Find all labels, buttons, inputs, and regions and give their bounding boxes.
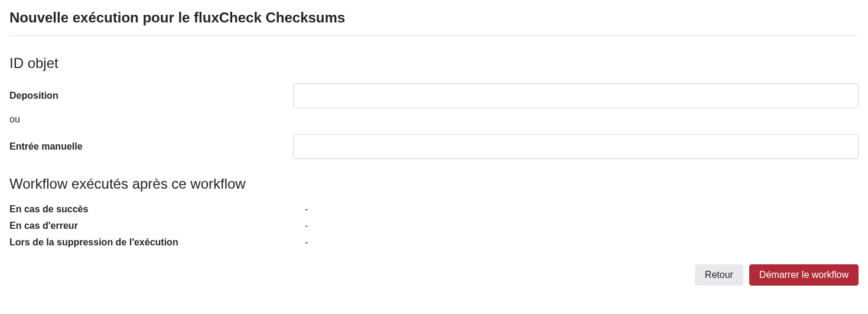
on-error-label: En cas d'erreur <box>9 221 305 231</box>
section-followup-heading: Workflow exécutés après ce workflow <box>9 176 859 192</box>
divider <box>9 35 859 36</box>
on-error-value: - <box>305 221 308 231</box>
manual-entry-label: Entrée manuelle <box>9 141 293 152</box>
deposition-label: Deposition <box>9 90 293 101</box>
page-title: Nouvelle exécution pour le fluxCheck Che… <box>9 9 859 26</box>
on-success-value: - <box>305 204 308 215</box>
start-workflow-button[interactable]: Démarrer le workflow <box>749 264 859 286</box>
on-delete-value: - <box>305 237 308 248</box>
manual-entry-input[interactable] <box>293 134 859 159</box>
on-success-row: En cas de succès - <box>9 204 859 215</box>
button-row: Retour Démarrer le workflow <box>9 264 859 286</box>
on-success-label: En cas de succès <box>9 204 305 215</box>
manual-entry-row: Entrée manuelle <box>9 134 859 159</box>
deposition-input[interactable] <box>293 83 859 108</box>
section-object-id-heading: ID objet <box>9 55 859 72</box>
back-button[interactable]: Retour <box>695 264 743 286</box>
deposition-row: Deposition <box>9 83 859 108</box>
on-delete-label: Lors de la suppression de l'exécution <box>9 237 305 248</box>
or-text: ou <box>9 114 859 125</box>
on-delete-row: Lors de la suppression de l'exécution - <box>9 237 859 248</box>
on-error-row: En cas d'erreur - <box>9 221 859 231</box>
